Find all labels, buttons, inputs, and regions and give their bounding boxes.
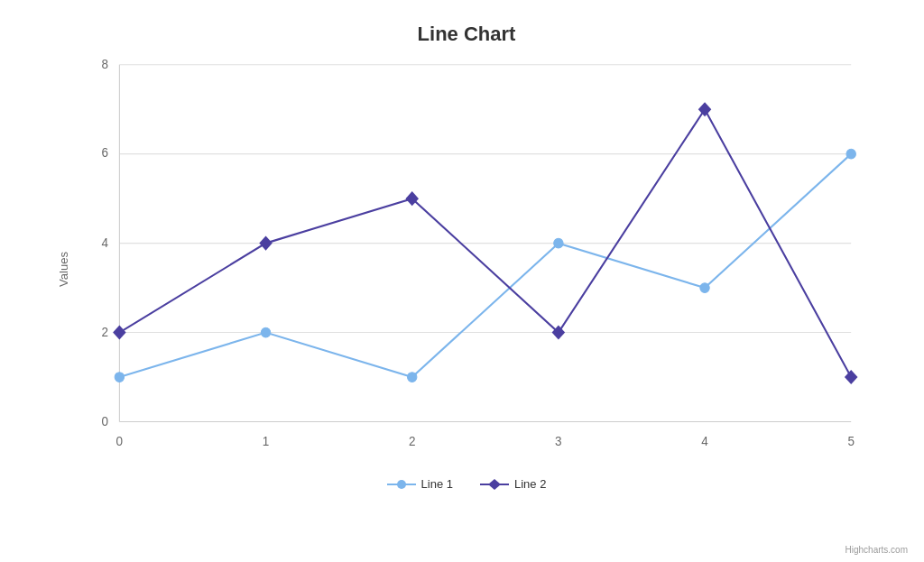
svg-text:5: 5 xyxy=(847,435,855,448)
svg-point-18 xyxy=(397,480,406,489)
svg-text:0: 0 xyxy=(101,415,108,428)
chart-title: Line Chart xyxy=(63,18,870,46)
series1-point-2 xyxy=(408,373,417,382)
chart-container: Line Chart Values .grid-line { stroke: #… xyxy=(0,0,924,562)
series2-point-0 xyxy=(113,326,126,340)
chart-legend: Line 1 Line 2 xyxy=(63,477,870,491)
series1-point-4 xyxy=(700,283,709,293)
svg-marker-20 xyxy=(488,479,501,490)
y-axis-label: Values xyxy=(57,252,70,287)
series2-point-1 xyxy=(259,236,273,251)
svg-text:4: 4 xyxy=(101,236,108,250)
series2-point-5 xyxy=(845,370,858,384)
svg-text:4: 4 xyxy=(701,435,708,448)
chart-svg: .grid-line { stroke: #e0e0e0; stroke-wid… xyxy=(63,55,870,470)
series1-point-3 xyxy=(554,238,563,248)
legend-item-line1: Line 1 xyxy=(387,477,453,491)
series1-point-1 xyxy=(261,327,270,337)
legend-item-line2: Line 2 xyxy=(480,477,546,491)
chart-area: Values .grid-line { stroke: #e0e0e0; str… xyxy=(63,55,870,470)
legend-label-line1: Line 1 xyxy=(421,477,453,491)
svg-text:2: 2 xyxy=(409,435,416,448)
svg-text:8: 8 xyxy=(101,58,108,71)
series1-point-0 xyxy=(115,373,124,382)
highcharts-credit: Highcharts.com xyxy=(845,545,908,555)
series1-point-5 xyxy=(846,149,855,159)
legend-label-line2: Line 2 xyxy=(514,477,546,491)
legend-line2-icon xyxy=(480,478,509,491)
legend-line1-icon xyxy=(387,478,416,491)
svg-text:6: 6 xyxy=(101,146,108,160)
svg-text:3: 3 xyxy=(555,435,562,448)
svg-text:1: 1 xyxy=(263,435,270,448)
series2-point-4 xyxy=(698,102,712,116)
svg-text:0: 0 xyxy=(116,435,124,448)
svg-text:2: 2 xyxy=(101,326,108,339)
